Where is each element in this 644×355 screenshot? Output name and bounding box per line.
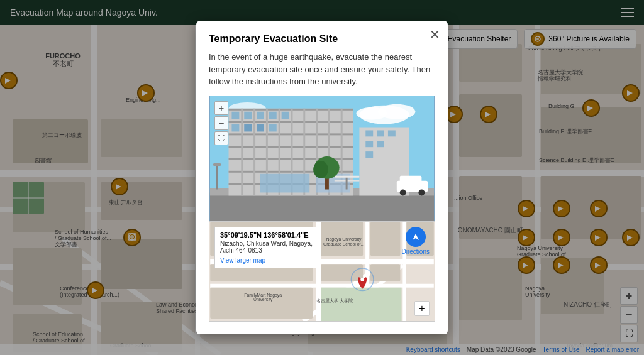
svg-rect-151: [377, 141, 384, 147]
svg-rect-158: [335, 175, 360, 177]
svg-rect-180: [370, 264, 400, 281]
svg-rect-150: [365, 141, 373, 147]
directions-label: Directions: [402, 248, 430, 255]
modal-description: In the event of a huge earthquake, evacu…: [209, 51, 435, 88]
directions-button[interactable]: Directions: [402, 227, 430, 255]
svg-rect-149: [388, 130, 396, 136]
modal-overlay: ✕ Temporary Evacuation Site In the event…: [0, 0, 644, 355]
svg-rect-181: [321, 287, 401, 320]
svg-rect-139: [282, 112, 289, 119]
mini-map-zoom-button[interactable]: +: [414, 301, 430, 316]
svg-point-188: [360, 278, 364, 281]
modal-close-button[interactable]: ✕: [430, 28, 440, 41]
svg-rect-142: [257, 124, 264, 131]
svg-rect-167: [210, 284, 434, 288]
coordinates: 35°09'19.5"N 136°58'01.4"E: [220, 231, 316, 239]
address: Nizacho, Chikusa Ward, Nagoya, Aichi 464…: [220, 240, 316, 254]
svg-rect-160: [213, 163, 221, 166]
street-view-controls: + − ⛶: [214, 101, 228, 145]
svg-point-163: [400, 189, 406, 195]
svg-rect-127: [253, 109, 255, 196]
svg-rect-157: [346, 177, 348, 189]
sv-zoom-out[interactable]: −: [214, 116, 228, 130]
svg-rect-148: [377, 130, 384, 136]
svg-rect-162: [400, 175, 422, 183]
svg-rect-177: [370, 222, 400, 256]
svg-text:Graduate School of...: Graduate School of...: [323, 241, 364, 246]
svg-text:FamilyMart Nagoya: FamilyMart Nagoya: [244, 292, 282, 297]
modal: ✕ Temporary Evacuation Site In the event…: [196, 21, 448, 334]
svg-rect-141: [244, 124, 252, 131]
svg-rect-179: [321, 264, 363, 281]
svg-rect-140: [231, 124, 239, 131]
directions-arrow-icon: [406, 227, 426, 247]
street-view-image: + − ⛶: [209, 96, 435, 221]
svg-point-164: [418, 189, 425, 195]
svg-rect-116: [210, 192, 434, 221]
svg-text:University: University: [253, 297, 273, 302]
svg-rect-143: [269, 124, 277, 131]
svg-rect-144: [260, 174, 309, 193]
mini-map: FUROCHO 不老町 Nagoya University Graduate S…: [209, 221, 435, 322]
sv-zoom-in[interactable]: +: [214, 101, 228, 115]
mini-map-info: 35°09'19.5"N 136°58'01.4"E Nizacho, Chik…: [214, 227, 321, 268]
svg-point-155: [313, 161, 328, 178]
svg-rect-137: [257, 112, 264, 119]
modal-title: Temporary Evacuation Site: [209, 33, 435, 45]
svg-text:Nagoya University: Nagoya University: [326, 236, 362, 241]
svg-rect-135: [231, 112, 239, 119]
svg-text:名古屋大学 大学院: 名古屋大学 大学院: [316, 298, 353, 303]
svg-rect-159: [216, 165, 218, 190]
svg-rect-136: [244, 112, 252, 119]
svg-rect-138: [269, 112, 277, 119]
svg-rect-147: [365, 130, 373, 136]
svg-rect-126: [241, 109, 243, 196]
svg-point-114: [356, 107, 387, 120]
svg-rect-152: [365, 151, 373, 158]
sv-fullscreen[interactable]: ⛶: [214, 131, 228, 145]
view-larger-map-link[interactable]: View larger map: [220, 257, 265, 264]
svg-marker-190: [413, 234, 419, 240]
